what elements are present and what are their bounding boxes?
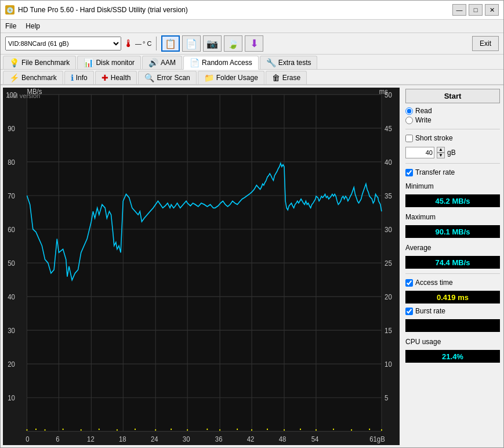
tab-random-access[interactable]: 📄 Random Access: [183, 56, 259, 70]
svg-point-65: [171, 429, 172, 430]
tab-erase[interactable]: 🗑 Erase: [266, 71, 307, 84]
burst-rate-value: [405, 319, 500, 332]
svg-text:70: 70: [8, 192, 15, 200]
menu-bar: File Help: [1, 20, 503, 33]
stroke-row: ▲ ▼ gB: [405, 147, 500, 158]
minimum-value: 45.2 MB/s: [405, 194, 500, 207]
close-button[interactable]: ✕: [485, 4, 499, 16]
random-access-icon: 📄: [190, 58, 200, 67]
short-stroke-text: Short stroke: [415, 134, 453, 142]
read-radio[interactable]: [405, 107, 413, 115]
write-radio-label[interactable]: Write: [405, 116, 500, 124]
svg-point-75: [333, 429, 334, 430]
divider-2: [405, 163, 500, 164]
access-time-label[interactable]: Access time: [405, 279, 500, 287]
title-bar-left: 💿 HD Tune Pro 5.60 - Hard Disk/SSD Utili…: [5, 5, 188, 15]
cpu-usage-value: 21.4%: [405, 350, 500, 363]
svg-text:60: 60: [8, 225, 15, 234]
menu-help[interactable]: Help: [23, 21, 42, 31]
short-stroke-label[interactable]: Short stroke: [405, 134, 500, 142]
chart-watermark: trial version: [8, 92, 40, 99]
access-time-checkbox[interactable]: [405, 279, 413, 287]
svg-point-74: [316, 429, 317, 431]
write-radio[interactable]: [405, 117, 413, 124]
toolbar-btn-download[interactable]: ⬇: [245, 35, 263, 52]
divider-1: [405, 129, 500, 129]
svg-text:24: 24: [151, 435, 158, 443]
svg-text:54: 54: [311, 435, 319, 443]
svg-point-69: [237, 429, 238, 430]
right-panel: Start Read Write Short stroke ▲: [402, 85, 503, 447]
read-write-group: Read Write: [405, 107, 500, 124]
svg-text:30: 30: [183, 435, 190, 443]
svg-point-78: [381, 429, 382, 431]
folder-usage-icon: 📁: [204, 73, 214, 82]
tab-health[interactable]: ✚ Health: [95, 71, 137, 84]
tab-file-benchmark[interactable]: 💡 File Benchmark: [3, 56, 76, 69]
window-title: HD Tune Pro 5.60 - Hard Disk/SSD Utility…: [18, 6, 188, 14]
tab-erase-label: Erase: [282, 74, 300, 82]
menu-file[interactable]: File: [3, 21, 19, 31]
tab-health-label: Health: [111, 74, 131, 82]
svg-point-70: [251, 429, 252, 431]
info-icon: ℹ: [71, 73, 74, 82]
svg-point-64: [155, 429, 156, 431]
exit-button[interactable]: Exit: [472, 36, 499, 51]
stroke-spin-up[interactable]: ▲: [437, 147, 445, 153]
toolbar-btn-leaf[interactable]: 🍃: [224, 35, 242, 52]
tab-file-benchmark-label: File Benchmark: [21, 59, 70, 67]
read-radio-label[interactable]: Read: [405, 107, 500, 115]
transfer-rate-checkbox[interactable]: [405, 169, 413, 176]
tab-benchmark[interactable]: ⚡ Benchmark: [3, 71, 63, 84]
start-button[interactable]: Start: [405, 89, 500, 103]
tab-folder-usage[interactable]: 📁 Folder Usage: [198, 71, 264, 84]
tab-extra-tests-label: Extra tests: [278, 59, 311, 67]
svg-text:20: 20: [8, 360, 15, 368]
tab-info[interactable]: ℹ Info: [64, 71, 94, 84]
stroke-value-input[interactable]: [405, 147, 434, 158]
stroke-spin-down[interactable]: ▼: [437, 153, 445, 158]
svg-text:36: 36: [215, 435, 223, 443]
short-stroke-checkbox[interactable]: [405, 135, 413, 142]
svg-text:18: 18: [119, 435, 126, 443]
svg-point-76: [351, 429, 352, 431]
svg-text:40: 40: [385, 158, 392, 167]
tab-disk-monitor[interactable]: 📊 Disk monitor: [77, 56, 141, 69]
svg-text:10: 10: [8, 393, 15, 402]
tab-extra-tests[interactable]: 🔧 Extra tests: [260, 56, 318, 69]
minimize-button[interactable]: —: [452, 4, 466, 16]
svg-text:40: 40: [8, 292, 15, 301]
toolbar-btn-clipboard[interactable]: 📋: [161, 35, 180, 52]
extra-tests-icon: 🔧: [266, 58, 276, 67]
toolbar-btn-copy[interactable]: 📄: [182, 35, 201, 52]
tab-disk-monitor-label: Disk monitor: [96, 59, 135, 67]
average-value: 74.4 MB/s: [405, 256, 500, 269]
svg-text:12: 12: [87, 435, 95, 443]
health-icon: ✚: [101, 73, 108, 82]
burst-rate-checkbox[interactable]: [405, 308, 413, 315]
svg-text:20: 20: [385, 292, 392, 301]
toolbar-btn-camera[interactable]: 📷: [203, 35, 222, 52]
tab-error-scan[interactable]: 🔍 Error Scan: [138, 71, 196, 84]
svg-text:30: 30: [385, 225, 392, 234]
svg-point-58: [45, 429, 46, 431]
svg-text:50: 50: [8, 259, 15, 268]
tab-folder-usage-label: Folder Usage: [216, 74, 258, 82]
svg-point-66: [187, 429, 188, 431]
burst-rate-label[interactable]: Burst rate: [405, 307, 500, 315]
cpu-usage-label: CPU usage: [405, 338, 500, 346]
tab-aam[interactable]: 🔊 AAM: [142, 56, 182, 69]
svg-point-72: [284, 429, 285, 431]
error-scan-icon: 🔍: [144, 73, 154, 82]
disk-selector[interactable]: VID:88NCard (61 gB): [5, 37, 121, 50]
svg-text:42: 42: [247, 435, 255, 443]
svg-text:90: 90: [8, 124, 15, 133]
svg-point-56: [26, 429, 27, 431]
temp-dash: —: [135, 40, 142, 47]
benchmark-icon: ⚡: [9, 73, 19, 82]
tab-info-label: Info: [76, 74, 88, 82]
temp-unit: ° C: [143, 40, 151, 47]
toolbar-separator-1: [156, 37, 157, 50]
maximize-button[interactable]: □: [469, 4, 483, 16]
transfer-rate-label[interactable]: Transfer rate: [405, 168, 500, 176]
